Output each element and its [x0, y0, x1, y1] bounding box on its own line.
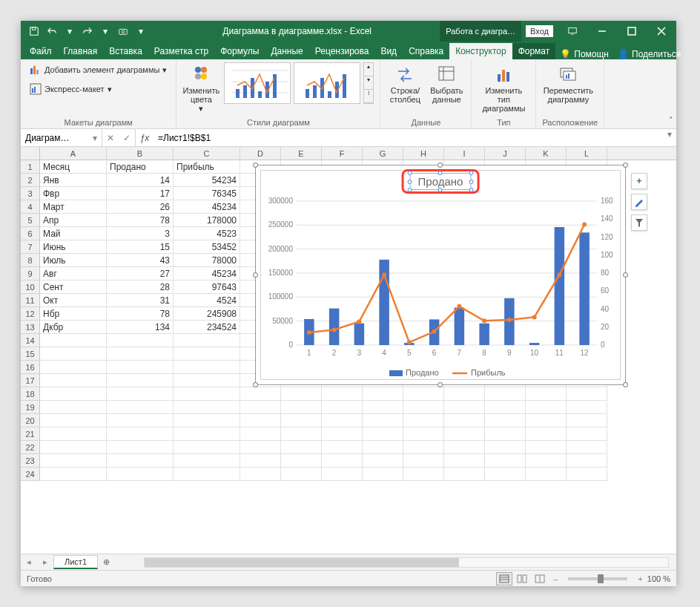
cell[interactable]: 53452 [174, 240, 240, 254]
cancel-icon[interactable]: ✕ [102, 133, 119, 143]
row-header[interactable]: 12 [21, 307, 40, 321]
tab-view[interactable]: Вид [374, 43, 403, 59]
cell[interactable] [40, 347, 107, 361]
tell-me[interactable]: 💡Помощн [555, 49, 613, 59]
cell[interactable] [403, 467, 444, 481]
cell[interactable]: 4524 [174, 294, 240, 307]
cell[interactable] [567, 387, 607, 401]
cell[interactable] [403, 454, 444, 467]
row-header[interactable]: 22 [21, 441, 40, 454]
chart-styles-button[interactable] [631, 194, 647, 210]
tab-layout[interactable]: Разметка стр [148, 43, 214, 59]
enter-icon[interactable]: ✓ [119, 133, 135, 143]
tab-home[interactable]: Главная [58, 43, 104, 59]
cell[interactable] [174, 401, 240, 414]
cell[interactable] [107, 414, 174, 427]
row-header[interactable]: 2 [21, 174, 40, 187]
ribbon-options-icon[interactable] [558, 21, 587, 42]
tab-design[interactable]: Конструктор [449, 43, 512, 59]
tab-file[interactable]: Файл [24, 43, 58, 59]
cell[interactable] [567, 441, 607, 454]
cell[interactable] [363, 387, 403, 401]
cell[interactable] [174, 374, 240, 387]
cell[interactable]: 14 [107, 174, 174, 187]
select-data-button[interactable]: Выбрать данные [428, 62, 465, 105]
cell[interactable] [526, 467, 567, 481]
zoom-slider[interactable] [568, 577, 627, 580]
add-chart-element-button[interactable]: Добавить элемент диаграммы▾ [27, 62, 170, 77]
cell[interactable] [322, 414, 363, 427]
cell[interactable] [40, 454, 107, 467]
cell[interactable] [174, 334, 240, 347]
cell[interactable] [363, 401, 403, 414]
cell[interactable] [107, 441, 174, 454]
cell[interactable] [363, 467, 403, 481]
col-header-L[interactable]: L [567, 147, 607, 160]
horizontal-scrollbar[interactable] [144, 557, 669, 568]
cell[interactable] [240, 454, 281, 467]
cell[interactable] [363, 414, 403, 427]
cell[interactable] [107, 347, 174, 361]
cell[interactable]: 3 [107, 227, 174, 240]
chevron-down-icon[interactable]: ▾ [133, 24, 148, 39]
cell[interactable] [485, 401, 526, 414]
scroll-up-icon[interactable]: ▴ [364, 63, 373, 76]
cell[interactable] [363, 427, 403, 441]
col-header-D[interactable]: D [240, 147, 281, 160]
row-header[interactable]: 11 [21, 294, 40, 307]
cell[interactable] [107, 401, 174, 414]
col-header-K[interactable]: K [526, 147, 567, 160]
cell[interactable]: 28 [107, 280, 174, 294]
cell[interactable] [567, 454, 607, 467]
cell[interactable]: 45234 [174, 267, 240, 280]
select-all-corner[interactable] [21, 147, 40, 160]
row-header[interactable]: 21 [21, 427, 40, 441]
cell[interactable] [322, 441, 363, 454]
row-header[interactable]: 4 [21, 200, 40, 214]
cell[interactable] [281, 467, 322, 481]
tab-formulas[interactable]: Формулы [214, 43, 265, 59]
tab-data[interactable]: Данные [265, 43, 308, 59]
cell[interactable]: 245908 [174, 307, 240, 321]
row-header[interactable]: 1 [21, 160, 40, 174]
close-icon[interactable] [647, 21, 676, 42]
login-button[interactable]: Вход [526, 25, 553, 37]
cell[interactable] [322, 467, 363, 481]
cell[interactable] [444, 387, 485, 401]
cell[interactable] [40, 467, 107, 481]
cell[interactable] [444, 401, 485, 414]
cell[interactable] [322, 387, 363, 401]
row-header[interactable]: 14 [21, 334, 40, 347]
cell[interactable]: Окт [40, 294, 107, 307]
col-header-G[interactable]: G [363, 147, 403, 160]
add-sheet-button[interactable]: ⊕ [98, 557, 114, 567]
cell[interactable] [107, 387, 174, 401]
row-header[interactable]: 19 [21, 401, 40, 414]
col-header-E[interactable]: E [281, 147, 322, 160]
cell[interactable] [444, 454, 485, 467]
cell[interactable]: Янв [40, 174, 107, 187]
cell[interactable]: Дкбр [40, 321, 107, 334]
cell[interactable]: Фвр [40, 187, 107, 200]
collapse-ribbon-icon[interactable]: ˄ [669, 116, 673, 125]
cell[interactable] [281, 414, 322, 427]
chevron-down-icon[interactable]: ▾ [62, 24, 77, 39]
cell[interactable]: 78 [107, 214, 174, 227]
expand-gallery-icon[interactable]: ⁞ [364, 90, 373, 103]
cell[interactable] [40, 414, 107, 427]
cell[interactable] [174, 454, 240, 467]
cell[interactable] [107, 427, 174, 441]
cell[interactable] [281, 401, 322, 414]
cell[interactable] [174, 414, 240, 427]
cell[interactable] [567, 401, 607, 414]
cell[interactable] [107, 361, 174, 374]
cell[interactable]: Май [40, 227, 107, 240]
row-header[interactable]: 23 [21, 454, 40, 467]
change-chart-type-button[interactable]: Изменить тип диаграммы [478, 62, 529, 114]
fx-icon[interactable]: ƒx [136, 129, 153, 146]
expand-formula-icon[interactable]: ▾ [663, 129, 676, 146]
tab-format[interactable]: Формат [512, 43, 556, 59]
cell[interactable]: Месяц [40, 160, 107, 174]
row-header[interactable]: 8 [21, 254, 40, 267]
cell[interactable] [240, 427, 281, 441]
